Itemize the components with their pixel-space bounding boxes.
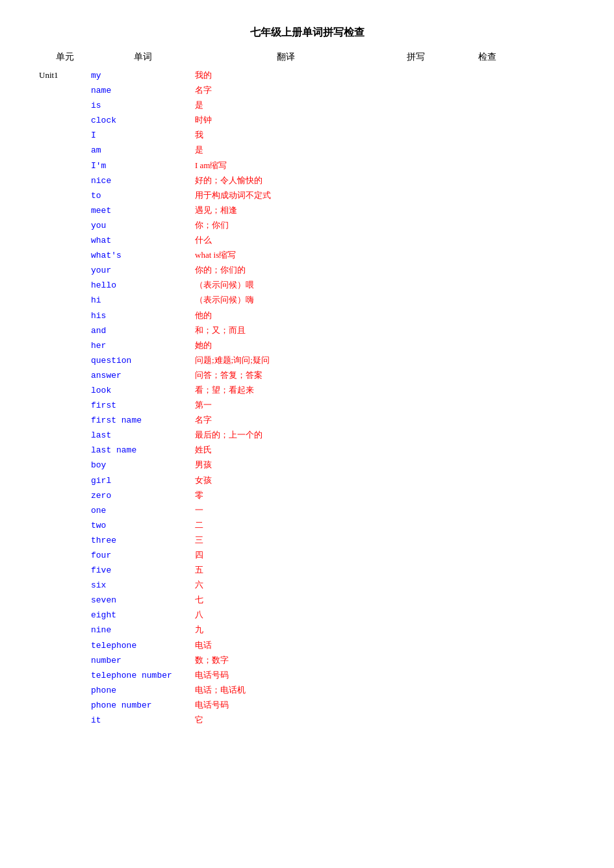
cell-translation: 好的；令人愉快的	[195, 173, 377, 188]
table-row: boy男孩	[39, 458, 575, 473]
cell-word: hello	[91, 279, 195, 293]
table-row: you你；你们	[39, 218, 575, 233]
cell-translation: 名字	[195, 83, 377, 97]
cell-word: your	[91, 264, 195, 278]
cell-translation: 数；数字	[195, 653, 377, 667]
cell-translation: 和；又；而且	[195, 323, 377, 338]
table-row: his他的	[39, 308, 575, 323]
table-row: last最后的；上一个的	[39, 428, 575, 443]
cell-word: phone	[91, 684, 195, 698]
cell-word: number	[91, 654, 195, 668]
cell-translation: 女孩	[195, 473, 377, 488]
cell-translation: 八	[195, 608, 377, 622]
cell-translation: 名字	[195, 413, 377, 427]
cell-word: six	[91, 578, 195, 593]
cell-translation: 二	[195, 518, 377, 532]
table-row: it它	[39, 713, 575, 728]
cell-translation: 电话	[195, 638, 377, 652]
cell-word: girl	[91, 474, 195, 488]
table-row: her她的	[39, 338, 575, 353]
table-row: nine九	[39, 623, 575, 638]
table-row: phone number电话号码	[39, 698, 575, 713]
table-row: meet遇见；相逢	[39, 203, 575, 218]
cell-word: two	[91, 519, 195, 533]
cell-unit: Unit1	[39, 68, 91, 82]
table-row: and和；又；而且	[39, 323, 575, 338]
cell-translation: 我	[195, 128, 377, 142]
table-row: am是	[39, 143, 575, 158]
cell-word: first	[91, 399, 195, 413]
table-row: last name姓氏	[39, 443, 575, 458]
cell-translation: 五	[195, 563, 377, 577]
table-row: what什么	[39, 233, 575, 248]
table-row: clock时钟	[39, 113, 575, 128]
cell-translation: 用于构成动词不定式	[195, 188, 377, 203]
cell-word: my	[91, 69, 195, 83]
cell-translation: 我的	[195, 68, 377, 82]
cell-word: one	[91, 504, 195, 518]
table-row: telephone number电话号码	[39, 668, 575, 683]
cell-word: you	[91, 219, 195, 233]
cell-translation: 问题;难题;询问;疑问	[195, 353, 377, 367]
cell-word: eight	[91, 608, 195, 623]
header-word: 单词	[91, 51, 195, 63]
cell-translation: 七	[195, 593, 377, 607]
cell-translation: 你的；你们的	[195, 263, 377, 277]
table-row: first第一	[39, 398, 575, 413]
table-row: hi（表示问候）嗨	[39, 293, 575, 308]
cell-translation: 姓氏	[195, 443, 377, 457]
cell-word: meet	[91, 204, 195, 218]
table-row: question问题;难题;询问;疑问	[39, 353, 575, 368]
cell-word: her	[91, 339, 195, 353]
cell-word: name	[91, 84, 195, 98]
table-row: girl女孩	[39, 473, 575, 488]
cell-word: am	[91, 143, 195, 158]
cell-translation: 它	[195, 713, 377, 727]
cell-word: boy	[91, 458, 195, 473]
cell-word: I	[91, 129, 195, 143]
cell-word: what	[91, 234, 195, 248]
header-spelling: 拼写	[377, 51, 455, 63]
cell-translation: 男孩	[195, 458, 377, 472]
cell-word: what's	[91, 249, 195, 263]
table-row: first name名字	[39, 413, 575, 428]
cell-translation: 是	[195, 98, 377, 112]
cell-translation: 电话号码	[195, 698, 377, 712]
cell-translation: 六	[195, 578, 377, 592]
cell-translation: 时钟	[195, 113, 377, 127]
page-title: 七年级上册单词拼写检查	[39, 26, 575, 40]
header-check: 检查	[455, 51, 520, 63]
cell-word: his	[91, 309, 195, 323]
cell-word: last name	[91, 443, 195, 458]
cell-translation: 是	[195, 143, 377, 157]
cell-translation: 他的	[195, 308, 377, 323]
cell-translation: 最后的；上一个的	[195, 428, 377, 442]
cell-word: telephone	[91, 639, 195, 653]
cell-word: zero	[91, 489, 195, 503]
table-row: two二	[39, 518, 575, 533]
cell-translation: 电话号码	[195, 668, 377, 682]
table-row: is是	[39, 98, 575, 113]
table-row: look看；望；看起来	[39, 383, 575, 398]
cell-translation: 什么	[195, 233, 377, 247]
cell-translation: 她的	[195, 338, 377, 353]
table-row: one一	[39, 503, 575, 518]
cell-word: to	[91, 189, 195, 203]
cell-word: telephone number	[91, 669, 195, 683]
cell-translation: 电话；电话机	[195, 683, 377, 697]
cell-word: nice	[91, 174, 195, 188]
cell-word: question	[91, 354, 195, 368]
cell-translation: 问答；答复；答案	[195, 368, 377, 382]
cell-translation: 九	[195, 623, 377, 637]
header-translation: 翻译	[195, 51, 377, 63]
table-row: telephone电话	[39, 638, 575, 653]
cell-word: clock	[91, 114, 195, 128]
table-row: to用于构成动词不定式	[39, 188, 575, 203]
table-row: zero零	[39, 488, 575, 503]
table-header: 单元 单词 翻译 拼写 检查	[39, 51, 575, 64]
header-unit: 单元	[39, 51, 91, 63]
cell-translation: 三	[195, 533, 377, 547]
table-row: eight八	[39, 608, 575, 623]
table-row: three三	[39, 533, 575, 548]
cell-translation: 你；你们	[195, 218, 377, 232]
